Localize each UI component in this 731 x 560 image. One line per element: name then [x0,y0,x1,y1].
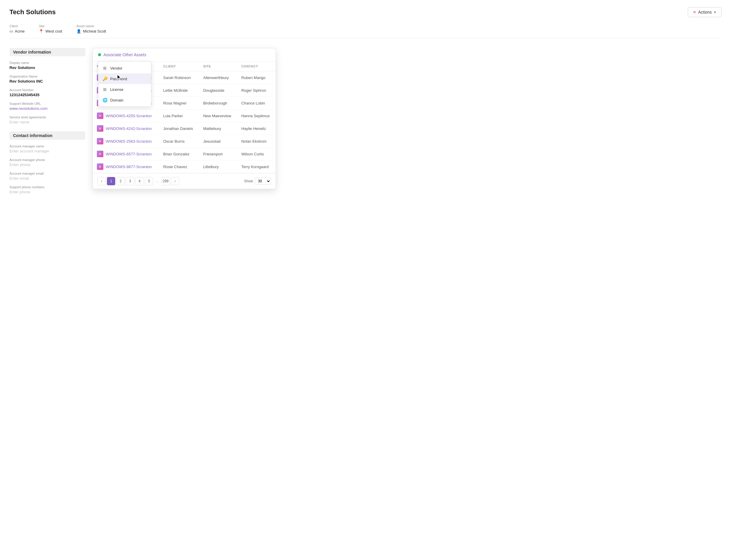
right-panel: Associate Other Assets ⊞ Vendor 🔑 Passwo… [92,48,722,199]
page-btn-2[interactable]: 2 [116,177,125,185]
page-ellipsis: … [154,179,160,183]
dropdown-item-domain[interactable]: 🌐 Domain [98,95,151,105]
user-icon: 👤 [76,29,81,33]
page-btn-1[interactable]: 1 [107,177,115,185]
asset-name-link[interactable]: ⊞ WINDOWS-2563-Scranton [97,138,155,144]
next-page-button[interactable]: › [171,177,179,185]
cell-client: Rosa Wagner [159,97,199,110]
col-contact: CONTACT [237,62,276,71]
cell-client: Oscar Burns [159,135,199,148]
support-url-field: Support Website URL www.revsolutions.com [9,102,85,111]
support-phone-placeholder: Enter phone [9,190,85,194]
cell-client: Lula Parker [159,110,199,122]
dropdown-item-vendor[interactable]: ⊞ Vendor [98,63,151,73]
org-name-field: Organization Name Rev Solutions INC [9,75,85,83]
account-number-value: 12312425345435 [9,93,85,97]
actions-label: Actions [698,10,712,15]
sla-placeholder: Enter name [9,120,85,124]
client-label: Client [9,24,25,28]
cell-client: Brian Gonzalez [159,148,199,160]
cell-site: Altenwerthbury [199,71,237,84]
asset-name-link[interactable]: ⊞ WINDOWS-4255-Scranton [97,112,155,119]
cell-client: Jonathan Daniels [159,122,199,135]
cell-name: ⊞ WINDOWS-4242-Scranton [93,122,159,135]
prev-page-button[interactable]: ‹ [97,177,106,185]
cell-contact: Chance Lubin [237,97,276,110]
dropdown-item-license[interactable]: ⊞ License [98,84,151,95]
table-row: ⊞ WINDOWS-2563-Scranton Oscar Burns Jesu… [93,135,276,148]
grid-icon-vendor: ⊞ [102,66,107,70]
cell-site: Littelbury [199,160,237,173]
asset-name-link[interactable]: ⊞ WINDOWS-9877-Scranton [97,163,155,170]
show-select[interactable]: 30 50 100 [255,178,271,185]
associate-title[interactable]: Associate Other Assets [103,52,146,57]
meta-row: Client ▭ Acme Site 📍 West cost Asset own… [9,24,722,38]
manager-email-field: Account manager email Enter email [9,172,85,181]
asset-name-link[interactable]: ⊞ WINDOWS-6577-Scranton [97,151,155,157]
asset-name-link[interactable]: ⊞ WINDOWS-4242-Scranton [97,125,155,132]
cell-contact: Wilson Curtis [237,148,276,160]
support-url-label: Support Website URL [9,102,85,105]
table-row: ⊞ WINDOWS-6577-Scranton Brian Gonzalez F… [93,148,276,160]
show-control: Show 30 50 100 [244,178,271,185]
dropdown-label-vendor: Vendor [110,66,122,70]
display-name-field: Display name Rev Solutions [9,61,85,70]
support-phone-label: Support phone numbers [9,185,85,189]
cell-site: Douglasside [199,84,237,97]
contact-section-header: Contact information [9,131,85,140]
vendor-section-header: Vendor information [9,48,85,56]
col-client: CLIENT [159,62,199,71]
cell-name: ⊞ WINDOWS-9877-Scranton [93,160,159,173]
manager-email-placeholder: Enter email [9,176,85,181]
asset-icon: ⊞ [97,138,103,144]
cell-contact: Ruben Mango [237,71,276,84]
cell-name: ⊞ WINDOWS-6577-Scranton [93,148,159,160]
page-btn-3[interactable]: 3 [126,177,134,185]
site-meta: Site 📍 West cost [39,24,62,33]
actions-button[interactable]: ✕ Actions ▼ [688,7,722,17]
page-btn-last[interactable]: 299 [161,177,170,185]
manager-name-placeholder: Enter account manager [9,149,85,153]
account-number-label: Account Number [9,88,85,92]
client-icon: ▭ [9,29,13,33]
dropdown-item-password[interactable]: 🔑 Password [98,73,151,84]
owner-value: Micheal Scott [83,29,106,33]
page-btn-5[interactable]: 5 [145,177,153,185]
cell-name: ⊞ WINDOWS-2563-Scranton [93,135,159,148]
status-dot [98,53,101,56]
dropdown-label-domain: Domain [110,98,123,102]
client-value: Acme [15,29,25,33]
cell-contact: Nolan Ekstrom [237,135,276,148]
globe-icon: 🌐 [102,98,107,102]
owner-label: Asset owner [76,24,106,28]
support-phone-field: Support phone numbers Enter phone [9,185,85,194]
page-wrapper: Tech Solutions ✕ Actions ▼ Client ▭ Acme… [0,0,731,560]
display-name-value: Rev Solutions [9,65,85,70]
cell-client: Sarah Robinson [159,71,199,84]
manager-phone-label: Account manager phone [9,158,85,162]
key-icon: 🔑 [102,76,107,81]
account-number-field: Account Number 12312425345435 [9,88,85,97]
cell-client: Lettie McBride [159,84,199,97]
page-btn-4[interactable]: 4 [135,177,144,185]
sla-field: Service level agreements Enter name [9,115,85,124]
cell-site: Birdieborough [199,97,237,110]
cell-site: Jesusstad [199,135,237,148]
asset-icon: ⊞ [97,151,103,157]
cell-contact: Roger Siphron [237,84,276,97]
asset-icon: ⊞ [97,163,103,170]
cell-contact: Haylie Herwitz [237,122,276,135]
show-label: Show [244,179,253,183]
sla-label: Service level agreements [9,115,85,119]
main-layout: Vendor information Display name Rev Solu… [9,48,722,199]
support-url-value[interactable]: www.revsolutions.com [9,106,48,111]
associate-panel: Associate Other Assets ⊞ Vendor 🔑 Passwo… [92,48,276,189]
asset-icon: ⊞ [97,112,103,119]
location-icon: 📍 [39,29,44,33]
cell-client: Rosie Chavez [159,160,199,173]
site-label: Site [39,24,62,28]
manager-name-field: Account manager name Enter account manag… [9,144,85,153]
org-name-value: Rev Solutions INC [9,79,85,83]
site-value-row: 📍 West cost [39,29,62,33]
manager-email-label: Account manager email [9,172,85,175]
